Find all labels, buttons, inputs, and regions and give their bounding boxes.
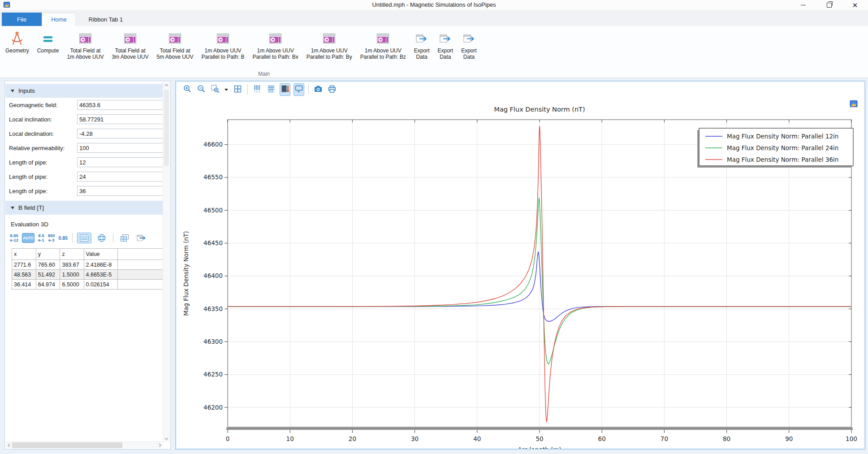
- field-label: Length of pipe:: [9, 159, 77, 166]
- precision-auto-button[interactable]: AUTO: [22, 233, 35, 243]
- zoom-in-button[interactable]: [182, 83, 193, 96]
- field-input-length-of-pipe--36[interactable]: [77, 186, 163, 196]
- inputs-section-header[interactable]: Inputs: [5, 84, 163, 98]
- svg-text:46350: 46350: [203, 305, 223, 312]
- table-cell: 765.60: [36, 260, 60, 270]
- input-row: Length of pipe:: [5, 184, 163, 198]
- ribbon-button-1m-above-uuv-parallel-to-path-bx[interactable]: 1m Above UUV Parallel to Path: Bx: [251, 29, 300, 61]
- field-input-local-inclination--58.77291[interactable]: [77, 114, 163, 124]
- camera-icon: [314, 84, 323, 95]
- new-table-button[interactable]: [118, 233, 131, 243]
- ribbon-button-1m-above-uuv-parallel-to-path-b[interactable]: 1m Above UUV Parallel to Path: B: [200, 29, 246, 61]
- export-table-button[interactable]: [135, 233, 148, 243]
- field-label: Relative permeability:: [9, 145, 77, 151]
- plot-tooltip-button[interactable]: [294, 83, 304, 96]
- svg-text:80: 80: [723, 435, 730, 442]
- table-cell: 0.026154: [84, 280, 118, 290]
- svg-text:46500: 46500: [203, 207, 223, 214]
- ribbon-button-label: Export Data: [461, 48, 477, 60]
- table-header-z[interactable]: z: [60, 249, 84, 260]
- svg-text:46300: 46300: [203, 338, 223, 345]
- input-row: Length of pipe:: [5, 169, 163, 184]
- zoom-out-button[interactable]: [196, 83, 207, 96]
- field-label: Local declination:: [9, 130, 77, 137]
- ribbon-button-export-data[interactable]: Export Data: [412, 29, 432, 61]
- ribbon-button-total-field-at-5m-above-uuv[interactable]: Total Field at 5m Above UUV: [155, 29, 195, 61]
- field-input-local-declination---4.28[interactable]: [77, 129, 163, 138]
- table-header-Value[interactable]: Value: [84, 249, 118, 260]
- svg-text:46200: 46200: [203, 404, 223, 411]
- tab-home[interactable]: Home: [42, 13, 76, 26]
- table-row[interactable]: 36.41464.9746.50000.026154: [12, 280, 163, 290]
- svg-text:Mag Flux Density Norm: Paralle: Mag Flux Density Norm: Parallel 36in: [727, 156, 838, 163]
- grid-horizontal-button[interactable]: [266, 83, 276, 96]
- field-label: Geomagnetic field:: [9, 102, 77, 108]
- color-legend-button[interactable]: [280, 83, 290, 96]
- minimize-button[interactable]: [790, 0, 816, 10]
- ribbon-button-label: Export Data: [437, 48, 453, 60]
- table-cell: 64.974: [36, 280, 60, 290]
- plot-sphere-button[interactable]: [95, 233, 108, 243]
- svg-text:Mag Flux Density Norm (nT): Mag Flux Density Norm (nT): [182, 231, 190, 316]
- tab-ribbon-tab-1[interactable]: Ribbon Tab 1: [77, 13, 134, 26]
- zoom-out-icon: [197, 84, 206, 95]
- tab-file[interactable]: File: [2, 13, 42, 26]
- zoom-box-button[interactable]: [210, 83, 220, 96]
- table-cell: [118, 260, 163, 270]
- scroll-up-icon[interactable]: [163, 82, 170, 88]
- table-cell: 383.67: [60, 260, 84, 270]
- ribbon-button-total-field-at-1m-above-uuv[interactable]: Total Field at 1m Above UUV: [65, 29, 105, 61]
- ribbon-button-label: Compute: [37, 48, 59, 54]
- precision-scientific-icon[interactable]: 8.85e-12: [10, 233, 18, 242]
- grid-vertical-button[interactable]: [252, 83, 263, 96]
- svg-text:Mag Flux Density Norm: Paralle: Mag Flux Density Norm: Parallel 12in: [727, 133, 838, 140]
- show-table-button[interactable]: [77, 233, 91, 243]
- sidebar-vertical-scrollbar[interactable]: [163, 82, 170, 442]
- precision-decimal-icon[interactable]: 0.85: [59, 233, 68, 242]
- printer-button[interactable]: [327, 83, 337, 96]
- scroll-right-icon[interactable]: [156, 442, 163, 449]
- svg-text:40: 40: [473, 435, 481, 442]
- ribbon-button-export-data[interactable]: Export Data: [436, 29, 455, 61]
- table-header-empty[interactable]: [118, 249, 163, 260]
- bfield-section-header[interactable]: B field [T]: [5, 201, 163, 215]
- close-button[interactable]: ✕: [842, 0, 868, 10]
- zoom-in-icon: [183, 84, 192, 95]
- chevron-down-icon[interactable]: [225, 89, 228, 91]
- grid-horizontal-icon: [267, 84, 276, 95]
- precision-display-icon[interactable]: 850e-3: [48, 233, 55, 242]
- field-input-geomagnetic-field--46353.6[interactable]: [77, 100, 163, 110]
- ribbon-button-1m-above-uuv-parallel-to-path-by[interactable]: 1m Above UUV Parallel to Path: By: [305, 29, 354, 61]
- ribbon: GeometryComputeTotal Field at 1m Above U…: [0, 26, 868, 78]
- plot-window-icon: [217, 30, 229, 48]
- ribbon-button-total-field-at-3m-above-uuv[interactable]: Total Field at 3m Above UUV: [110, 29, 150, 61]
- table-row[interactable]: 48.56351.4921.50004.6653E-5: [12, 270, 163, 280]
- field-input-length-of-pipe--24[interactable]: [77, 172, 163, 182]
- camera-button[interactable]: [313, 83, 324, 96]
- ribbon-button-geometry[interactable]: Geometry: [4, 29, 31, 55]
- precision-engineering-icon[interactable]: 8.5e-1: [38, 233, 44, 242]
- sidebar-horizontal-scrollbar[interactable]: [5, 441, 163, 449]
- restore-button[interactable]: [816, 0, 842, 10]
- comsol-logo-icon: [849, 100, 858, 108]
- ribbon-button-label: Total Field at 1m Above UUV: [67, 48, 104, 60]
- scroll-down-icon[interactable]: [163, 435, 170, 442]
- table-header-y[interactable]: y: [36, 249, 60, 260]
- ribbon-button-export-data[interactable]: Export Data: [459, 29, 479, 61]
- ribbon-button-label: 1m Above UUV Parallel to Path: Bx: [253, 48, 298, 60]
- toolbar-separator: [113, 233, 113, 243]
- ribbon-button-compute[interactable]: Compute: [35, 29, 61, 55]
- plot-canvas[interactable]: 0102030405060708090100462004625046300463…: [176, 96, 865, 449]
- plot-window-icon: [169, 30, 181, 48]
- scroll-left-icon[interactable]: [5, 442, 12, 449]
- horizontal-scroll-thumb[interactable]: [12, 442, 122, 448]
- input-row: Local inclination:: [5, 112, 163, 126]
- field-input-length-of-pipe--12[interactable]: [77, 157, 163, 167]
- bfield-section-title: B field [T]: [18, 204, 44, 211]
- field-input-relative-permeability--100[interactable]: [77, 143, 163, 153]
- vertical-scroll-thumb[interactable]: [164, 90, 169, 166]
- table-row[interactable]: 2771.6765.60383.672.4186E-8: [12, 260, 163, 270]
- ribbon-button-1m-above-uuv-parallel-to-path-bz[interactable]: 1m Above UUV Parallel to Path: Bz: [358, 29, 408, 61]
- zoom-extents-button[interactable]: [232, 83, 243, 96]
- table-header-x[interactable]: x: [12, 249, 36, 260]
